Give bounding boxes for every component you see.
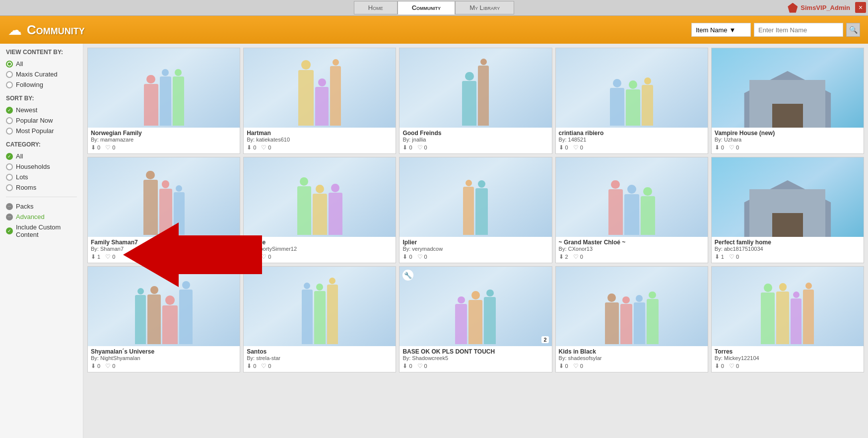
card-author: By: Uzhara [715, 137, 861, 143]
card-item[interactable]: Torres By: Mickey122104 ⬇ 0 ♡ 0 [711, 266, 864, 372]
sidebar-divider [6, 197, 77, 197]
card-downloads: ⬇ 0 [247, 363, 256, 369]
card-item[interactable]: Santos By: strela-star ⬇ 0 ♡ 0 [243, 266, 396, 372]
card-downloads: ⬇ 0 [559, 363, 568, 369]
radio-maxis [6, 71, 13, 78]
card-item[interactable]: Family Shaman7 By: Shaman7 ⬇ 1 ♡ 0 [87, 157, 240, 263]
tab-community[interactable]: Community [398, 1, 455, 14]
card-image [400, 48, 551, 128]
download-icon: ⬇ [247, 363, 252, 369]
card-item[interactable]: ~ Grand Master Chloé ~ By: CXonor13 ⬇ 2 … [555, 157, 708, 263]
download-count: 2 [565, 254, 568, 260]
card-image [556, 267, 708, 346]
cloud-icon: ☁ [8, 22, 22, 38]
sidebar-item-popular-now[interactable]: Popular Now [6, 115, 77, 126]
card-item[interactable]: Shyamalan´s Universe By: NightShyamalan … [87, 266, 240, 372]
card-likes: ♡ 0 [417, 363, 427, 369]
sidebar-item-packs[interactable]: ··· Packs [6, 201, 77, 212]
card-name: Family Shaman7 [91, 239, 237, 246]
card-name: ~ Grand Master Chloé ~ [559, 239, 705, 246]
sidebar-item-newest[interactable]: ✓ Newest [6, 105, 77, 115]
card-image [88, 157, 240, 237]
check-custom-content: ✓ [6, 227, 13, 234]
card-stats: ⬇ 0 ♡ 0 [91, 144, 237, 151]
card-likes: ♡ 0 [729, 363, 739, 369]
sidebar-item-rooms-label: Rooms [16, 184, 36, 191]
card-stats: ⬇ 0 ♡ 0 [247, 253, 393, 260]
search-button[interactable]: 🔍 [846, 23, 860, 37]
card-item[interactable]: 🔧 2 BASE OK OK PLS DONT TOUCH By: Shadow… [399, 266, 552, 372]
sidebar-item-all-cat[interactable]: ✓ All [6, 151, 77, 161]
sidebar-item-following-label: Following [16, 81, 43, 88]
download-count: 0 [409, 363, 412, 369]
sidebar-item-following[interactable]: Following [6, 79, 77, 90]
card-stats: ⬇ 0 ♡ 0 [247, 144, 393, 151]
download-icon: ⬇ [715, 363, 720, 369]
download-count: 0 [565, 145, 568, 150]
card-likes: ♡ 0 [417, 253, 427, 260]
download-count: 0 [409, 254, 412, 260]
sidebar-item-maxis[interactable]: Maxis Curated [6, 69, 77, 79]
heart-icon: ♡ [729, 363, 734, 369]
card-downloads: ⬇ 0 [715, 363, 724, 369]
sidebar-item-custom-content[interactable]: ✓ Include Custom Content [6, 222, 77, 240]
download-icon: ⬇ [402, 144, 407, 151]
card-grid: Norwegian Family By: mamamazare ⬇ 0 ♡ 0 [87, 48, 864, 372]
card-author: By: CXonor13 [559, 246, 705, 252]
card-info: Torres By: Mickey122104 ⬇ 0 ♡ 0 [712, 346, 864, 372]
sidebar-item-lots[interactable]: Lots [6, 172, 77, 182]
card-item[interactable]: Levine By: SportySimmer12 ⬇ 0 ♡ 0 [243, 157, 396, 263]
check-all-cat: ✓ [6, 153, 13, 160]
card-item[interactable]: Hartman By: katiekates610 ⬇ 0 ♡ 0 [243, 48, 396, 154]
download-count: 0 [721, 145, 724, 150]
download-count: 0 [97, 363, 100, 369]
card-author: By: strela-star [247, 355, 393, 361]
card-downloads: ⬇ 0 [715, 144, 724, 151]
sidebar-item-newest-label: Newest [16, 106, 37, 114]
vip-icon: ▼ [788, 3, 798, 13]
tab-my-library[interactable]: My Library [455, 1, 514, 14]
card-item[interactable]: Good Freinds By: jnallia ⬇ 0 ♡ 0 [399, 48, 552, 154]
download-icon: ⬇ [559, 144, 564, 151]
sidebar-item-all-content[interactable]: All [6, 59, 77, 69]
card-item[interactable]: Norwegian Family By: mamamazare ⬇ 0 ♡ 0 [87, 48, 240, 154]
card-stats: ⬇ 0 ♡ 0 [715, 144, 861, 151]
card-item[interactable]: Iplier By: verymadcow ⬇ 0 ♡ 0 [399, 157, 552, 263]
sidebar-item-most-popular[interactable]: Most Popular [6, 126, 77, 136]
card-item[interactable]: Vampire House (new) By: Uzhara ⬇ 0 ♡ 0 [711, 48, 864, 154]
card-name: Norwegian Family [91, 130, 237, 137]
download-icon: ⬇ [715, 144, 720, 151]
card-name: Hartman [247, 130, 393, 137]
heart-icon: ♡ [417, 253, 423, 260]
card-likes: ♡ 0 [105, 144, 115, 151]
card-image [712, 157, 864, 237]
card-image [712, 48, 864, 128]
card-info: Kids in Black By: shadesofsylar ⬇ 0 ♡ 0 [556, 346, 708, 372]
close-button[interactable]: × [855, 2, 866, 13]
sidebar-item-rooms[interactable]: Rooms [6, 182, 77, 193]
radio-households [6, 163, 13, 170]
search-input[interactable] [754, 23, 843, 37]
like-count: 0 [424, 363, 427, 369]
heart-icon: ♡ [261, 363, 267, 369]
download-count: 0 [97, 145, 100, 150]
nav-tabs: Home Community My Library [354, 1, 514, 14]
card-name: Iplier [402, 239, 548, 246]
tab-home[interactable]: Home [354, 1, 398, 14]
sidebar-item-advanced[interactable]: ··· Advanced [6, 212, 77, 222]
card-likes: ♡ 0 [261, 144, 271, 151]
user-info: ▼ SimsVIP_Admin [788, 3, 850, 13]
card-item[interactable]: crintiana ribiero By: 148521 ⬇ 0 ♡ 0 [555, 48, 708, 154]
card-item[interactable]: Kids in Black By: shadesofsylar ⬇ 0 ♡ 0 [555, 266, 708, 372]
card-item[interactable]: Perfect famliy home By: abc1817510034 ⬇ … [711, 157, 864, 263]
content-area: Norwegian Family By: mamamazare ⬇ 0 ♡ 0 [83, 44, 868, 438]
sidebar-item-advanced-label: Advanced [16, 213, 45, 220]
sidebar-item-households[interactable]: Households [6, 161, 77, 172]
card-author: By: NightShyamalan [91, 355, 237, 361]
search-dropdown[interactable]: Item Name ▼ [691, 23, 751, 37]
like-count: 0 [736, 145, 739, 150]
download-icon: ⬇ [715, 253, 720, 260]
like-count: 0 [580, 363, 583, 369]
card-image [400, 267, 551, 346]
like-count: 0 [424, 254, 427, 260]
